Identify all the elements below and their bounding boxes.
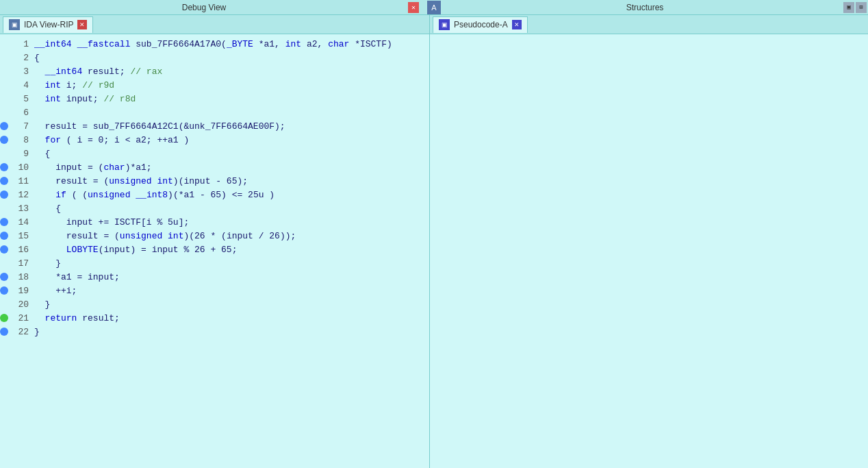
- code-line-6: 6: [0, 106, 429, 119]
- ida-view-rip-tab[interactable]: ▣ IDA View-RIP ✕: [3, 16, 93, 33]
- structures-btn2[interactable]: ⊞: [856, 2, 867, 13]
- line-content-1: __int64 __fastcall sub_7FF6664A17A0(_BYT…: [34, 39, 429, 49]
- line-dot-20: [0, 300, 8, 308]
- pseudocode-content: [430, 34, 868, 468]
- line-content-12: if ( (unsigned __int8)(*a1 - 65) <= 25u …: [34, 190, 429, 200]
- code-line-17: 17 }: [0, 256, 429, 270]
- line-dot-14: [0, 218, 8, 226]
- left-panel: ▣ IDA View-RIP ✕ 1__int64 __fastcall sub…: [0, 15, 430, 468]
- line-content-20: }: [34, 299, 429, 310]
- line-content-22: }: [34, 327, 429, 337]
- line-number-2: 2: [10, 53, 34, 63]
- line-dot-15: [0, 232, 8, 240]
- code-line-12: 12 if ( (unsigned __int8)(*a1 - 65) <= 2…: [0, 188, 429, 201]
- code-line-7: 7 result = sub_7FF6664A12C1(&unk_7FF6664…: [0, 119, 429, 133]
- left-panel-tab-bar: ▣ IDA View-RIP ✕: [0, 15, 429, 34]
- line-dot-8: [0, 136, 8, 144]
- code-line-3: 3 __int64 result; // rax: [0, 64, 429, 78]
- code-line-15: 15 result = (unsigned int)(26 * (input /…: [0, 229, 429, 243]
- line-dot-4: [0, 81, 8, 89]
- debug-view-close-btn[interactable]: ✕: [408, 2, 419, 13]
- ida-view-rip-label: IDA View-RIP: [24, 20, 73, 29]
- pseudocode-a-close[interactable]: ✕: [512, 20, 522, 29]
- line-number-3: 3: [10, 66, 34, 77]
- line-dot-16: [0, 245, 8, 254]
- code-line-4: 4 int i; // r9d: [0, 78, 429, 92]
- line-dot-10: [0, 163, 8, 171]
- ida-view-code-area[interactable]: 1__int64 __fastcall sub_7FF6664A17A0(_BY…: [0, 34, 429, 468]
- structures-section: Structures ▣ ⊞: [446, 2, 868, 13]
- line-number-6: 6: [10, 108, 34, 118]
- line-content-16: LOBYTE(input) = input % 26 + 65;: [34, 245, 429, 255]
- code-line-18: 18 *a1 = input;: [0, 270, 429, 284]
- line-number-20: 20: [10, 299, 34, 310]
- line-content-18: *a1 = input;: [34, 272, 429, 282]
- line-number-11: 11: [10, 176, 34, 186]
- line-number-16: 16: [10, 245, 34, 255]
- a-icon: A: [427, 1, 441, 14]
- code-line-11: 11 result = (unsigned int)(input - 65);: [0, 174, 429, 188]
- code-line-14: 14 input += ISCTF[i % 5u];: [0, 215, 429, 229]
- line-content-4: int i; // r9d: [34, 80, 429, 90]
- code-line-9: 9 {: [0, 147, 429, 160]
- line-number-13: 13: [10, 204, 34, 214]
- code-line-20: 20 }: [0, 297, 429, 311]
- line-dot-7: [0, 122, 8, 130]
- ida-view-icon: ▣: [9, 19, 20, 30]
- line-content-17: }: [34, 258, 429, 269]
- pseudocode-a-label: Pseudocode-A: [454, 20, 508, 29]
- structures-label: Structures: [446, 3, 843, 12]
- right-panel: ▣ Pseudocode-A ✕: [430, 15, 868, 468]
- structures-btn1[interactable]: ▣: [843, 2, 854, 13]
- line-number-21: 21: [10, 313, 34, 323]
- line-dot-19: [0, 286, 8, 295]
- code-line-13: 13 {: [0, 201, 429, 215]
- line-number-15: 15: [10, 231, 34, 241]
- code-line-1: 1__int64 __fastcall sub_7FF6664A17A0(_BY…: [0, 37, 429, 51]
- line-content-3: __int64 result; // rax: [34, 66, 429, 77]
- line-dot-11: [0, 177, 8, 185]
- line-number-14: 14: [10, 217, 34, 227]
- line-number-9: 9: [10, 149, 34, 159]
- pseudocode-tab-bar: ▣ Pseudocode-A ✕: [430, 15, 868, 34]
- line-number-18: 18: [10, 272, 34, 282]
- code-line-2: 2{: [0, 51, 429, 64]
- line-dot-1: [0, 40, 8, 48]
- line-number-5: 5: [10, 94, 34, 104]
- line-dot-5: [0, 95, 8, 103]
- line-number-12: 12: [10, 190, 34, 200]
- line-dot-3: [0, 67, 8, 75]
- code-line-10: 10 input = (char)*a1;: [0, 160, 429, 174]
- code-line-22: 22}: [0, 325, 429, 338]
- line-number-1: 1: [10, 39, 34, 49]
- line-number-4: 4: [10, 80, 34, 90]
- line-content-15: result = (unsigned int)(26 * (input / 26…: [34, 231, 429, 241]
- code-line-21: 21 return result;: [0, 311, 429, 325]
- debug-view-section: Debug View ✕: [0, 2, 422, 13]
- line-content-7: result = sub_7FF6664A12C1(&unk_7FF6664AE…: [34, 121, 429, 132]
- line-dot-9: [0, 149, 8, 158]
- code-line-16: 16 LOBYTE(input) = input % 26 + 65;: [0, 243, 429, 256]
- pseudocode-a-tab[interactable]: ▣ Pseudocode-A ✕: [433, 16, 528, 33]
- ida-view-rip-close[interactable]: ✕: [77, 20, 87, 29]
- line-content-11: result = (unsigned int)(input - 65);: [34, 176, 429, 186]
- line-content-19: ++i;: [34, 286, 429, 296]
- code-line-19: 19 ++i;: [0, 284, 429, 297]
- line-dot-2: [0, 53, 8, 62]
- top-tab-bar: Debug View ✕ A Structures ▣ ⊞: [0, 0, 868, 15]
- line-content-5: int input; // r8d: [34, 94, 429, 104]
- code-line-8: 8 for ( i = 0; i < a2; ++a1 ): [0, 133, 429, 147]
- line-dot-12: [0, 190, 8, 199]
- line-number-10: 10: [10, 162, 34, 173]
- line-content-2: {: [34, 53, 429, 63]
- line-dot-13: [0, 204, 8, 212]
- line-content-14: input += ISCTF[i % 5u];: [34, 217, 429, 227]
- line-number-17: 17: [10, 258, 34, 269]
- line-number-7: 7: [10, 121, 34, 132]
- line-content-13: {: [34, 204, 429, 214]
- code-line-5: 5 int input; // r8d: [0, 92, 429, 106]
- line-dot-6: [0, 108, 8, 116]
- line-content-21: return result;: [34, 313, 429, 323]
- line-number-22: 22: [10, 327, 34, 337]
- debug-view-label: Debug View: [0, 3, 408, 12]
